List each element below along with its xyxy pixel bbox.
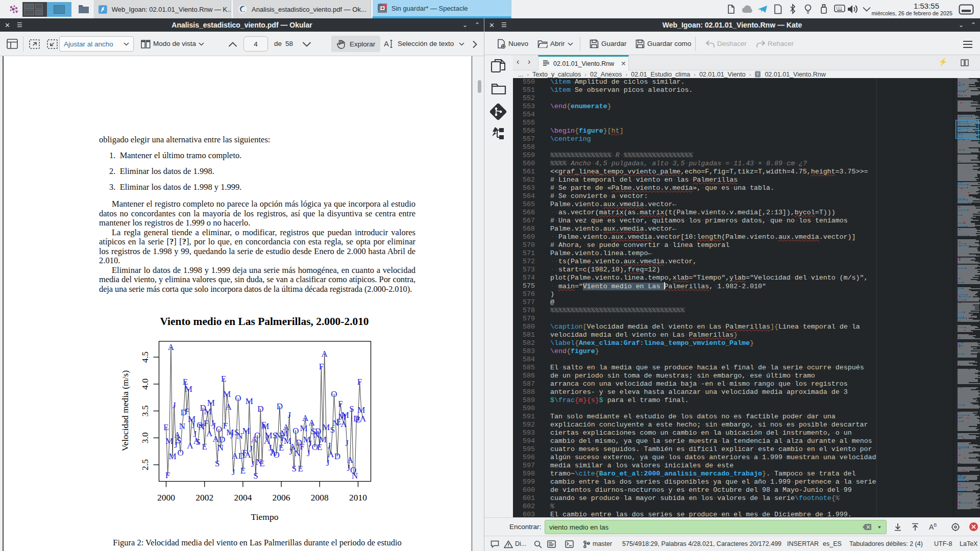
svg-text:D: D	[277, 402, 283, 411]
svg-text:3.0: 3.0	[140, 432, 150, 443]
svg-text:M: M	[242, 426, 250, 436]
svg-text:J: J	[251, 459, 254, 469]
svg-text:A: A	[360, 414, 366, 423]
svg-text:A: A	[384, 39, 389, 48]
svg-text:M: M	[319, 435, 327, 444]
svg-text:J: J	[345, 438, 349, 448]
svg-text:N: N	[352, 471, 358, 481]
svg-text:2006: 2006	[273, 492, 290, 503]
svg-text:2002: 2002	[195, 492, 213, 503]
svg-text:S: S	[215, 459, 219, 468]
svg-text:N: N	[179, 421, 185, 431]
svg-text:2.5: 2.5	[140, 459, 150, 470]
svg-text:E: E	[163, 422, 168, 432]
svg-text:M: M	[341, 410, 349, 420]
svg-text:S: S	[177, 436, 181, 445]
svg-text:O: O	[216, 424, 222, 434]
svg-text:F: F	[319, 362, 324, 371]
svg-text:O: O	[178, 448, 184, 458]
svg-text:3.5: 3.5	[140, 405, 150, 416]
svg-text:J: J	[326, 458, 330, 468]
svg-text:M: M	[165, 436, 173, 446]
svg-text:Velocidad media (m/s): Velocidad media (m/s)	[120, 370, 130, 452]
svg-text:J: J	[287, 410, 291, 420]
svg-text:E: E	[221, 374, 226, 384]
svg-text:J: J	[232, 467, 235, 477]
svg-text:2008: 2008	[311, 492, 329, 503]
svg-text:A: A	[347, 455, 354, 465]
svg-text:A: A	[328, 449, 334, 459]
svg-text:J: J	[230, 431, 234, 440]
svg-text:D: D	[219, 435, 225, 444]
svg-text:A: A	[226, 402, 232, 412]
svg-text:S: S	[291, 464, 296, 473]
svg-text:O: O	[292, 426, 299, 436]
svg-text:A: A	[340, 419, 347, 429]
svg-text:F: F	[165, 470, 170, 480]
svg-text:F: F	[338, 399, 342, 409]
svg-text:S: S	[195, 437, 200, 447]
svg-text:A: A	[302, 413, 309, 423]
svg-text:2004: 2004	[234, 492, 252, 503]
svg-text:2000: 2000	[157, 492, 175, 503]
svg-text:Tiempo: Tiempo	[251, 512, 279, 522]
svg-text:A: A	[283, 422, 289, 432]
svg-text:E: E	[259, 459, 264, 468]
svg-text:M: M	[185, 384, 192, 394]
svg-text:2010: 2010	[349, 492, 367, 503]
svg-text:A: A	[322, 349, 328, 359]
svg-text:M: M	[322, 422, 330, 432]
svg-text:O: O	[254, 431, 260, 440]
svg-text:M: M	[168, 452, 176, 461]
svg-text:E: E	[298, 464, 303, 473]
svg-text:?: ?	[756, 72, 759, 77]
svg-text:4.0: 4.0	[140, 379, 150, 390]
svg-text:J: J	[307, 448, 310, 458]
svg-text:S: S	[253, 471, 258, 481]
svg-text:J: J	[249, 444, 253, 454]
svg-text:S: S	[349, 404, 354, 414]
svg-text:M: M	[207, 398, 215, 408]
svg-text:E: E	[202, 442, 207, 452]
svg-text:E: E	[279, 443, 284, 453]
svg-text:A: A	[232, 451, 238, 461]
svg-text:4.5: 4.5	[140, 352, 150, 363]
svg-text:M: M	[261, 421, 269, 431]
svg-text:A: A	[187, 441, 193, 450]
svg-text:A: A	[168, 342, 175, 352]
svg-text:F: F	[357, 377, 362, 387]
svg-text:O: O	[331, 389, 337, 399]
svg-text:M: M	[204, 407, 211, 416]
svg-text:J: J	[173, 400, 176, 410]
svg-text:A: A	[206, 429, 213, 438]
svg-text:M: M	[300, 423, 307, 433]
svg-text:M: M	[264, 431, 272, 440]
svg-text:F: F	[204, 418, 208, 428]
svg-text:Viento medio en Las Palmerilla: Viento medio en Las Palmerillas, 2.000-2…	[160, 315, 369, 328]
svg-text:D: D	[334, 452, 340, 461]
svg-text:M: M	[223, 389, 231, 399]
svg-text:E: E	[240, 466, 246, 475]
svg-text:D: D	[257, 404, 263, 414]
svg-text:M: M	[246, 396, 253, 406]
svg-text:O: O	[235, 393, 241, 403]
